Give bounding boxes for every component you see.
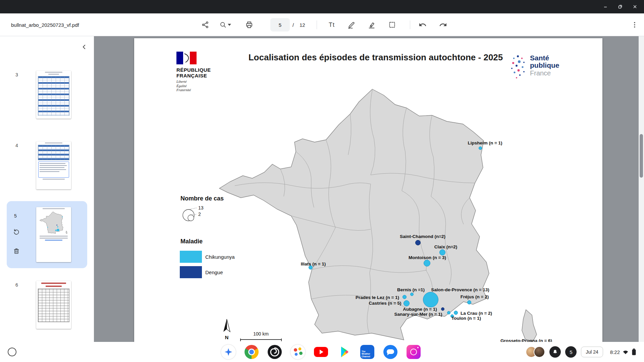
thumbnail-annotation-box xyxy=(38,162,69,178)
undo-icon xyxy=(419,21,427,29)
map-markers-layer: Lipsheim (n = 1)Saint-Chamond (n=2)Claix… xyxy=(134,38,602,342)
page-5-thumbnail[interactable] xyxy=(36,207,71,262)
map-point-label: Claix (n=2) xyxy=(434,244,458,249)
thumbnail-text-line xyxy=(40,236,67,237)
assistant-app-icon[interactable] xyxy=(221,345,236,359)
weather-channel-icon: The Weather Channel xyxy=(360,345,374,359)
map-point-dot xyxy=(415,240,421,245)
page-total: 12 xyxy=(300,13,305,36)
close-button[interactable] xyxy=(629,2,641,12)
map-point-label: Fréjus (n = 2) xyxy=(461,294,489,299)
map-point-label: Salon-de-Provence (n = 13) xyxy=(431,287,489,292)
content-area: 3 4 5 xyxy=(0,36,644,342)
thumbnail-text-line xyxy=(43,208,65,209)
date-chip[interactable]: Jul 24 xyxy=(581,347,603,357)
thumbnail-text-line xyxy=(48,74,59,75)
shelf: The Weather Channel xyxy=(0,342,644,362)
scrollbar-thumb[interactable] xyxy=(640,134,643,178)
map-point-dot xyxy=(410,293,414,296)
close-icon xyxy=(633,4,637,9)
map-point-label: Castries (n = 5) xyxy=(369,301,401,306)
map-point-dot xyxy=(479,146,482,150)
print-button[interactable] xyxy=(243,18,256,32)
messages-app-icon[interactable] xyxy=(383,345,398,359)
map-point-label: Illats (n = 1) xyxy=(301,261,326,266)
pdf-toolbar: bullnat_arbo_20250723_vf.pdf 5 / 12 Tt xyxy=(0,13,644,36)
map-point-label: Bernis (n =1) xyxy=(397,287,425,292)
thumbnail-page-number: 3 xyxy=(13,72,20,77)
restore-icon xyxy=(618,4,623,9)
map-point-label: Saint-Chamond (n=2) xyxy=(400,234,445,239)
share-button[interactable] xyxy=(199,18,212,32)
sidebar-collapse-button[interactable] xyxy=(77,40,91,54)
colorful-dots-app-icon[interactable] xyxy=(290,345,305,359)
clock: 8:22 xyxy=(610,349,620,355)
map-point-dot xyxy=(454,311,458,315)
colorful-dots-icon xyxy=(290,345,305,359)
pen-button[interactable] xyxy=(345,18,358,32)
spiral-app-icon[interactable] xyxy=(267,345,282,359)
youtube-app-icon[interactable] xyxy=(314,345,328,359)
undo-button[interactable] xyxy=(416,18,429,32)
select-area-button[interactable] xyxy=(385,18,399,32)
thumbnail-table xyxy=(38,145,69,160)
weather-text-line: Channel xyxy=(362,355,370,358)
bell-icon xyxy=(552,349,558,355)
thumbnail-sidebar: 3 4 5 xyxy=(0,36,94,342)
more-options-button[interactable] xyxy=(628,18,641,32)
notification-bell-button[interactable] xyxy=(549,346,561,358)
page-3-thumbnail[interactable] xyxy=(36,71,71,119)
pdf-page: RÉPUBLIQUE FRANÇAISE Liberté Égalité Fra… xyxy=(134,38,602,342)
toolbar-divider xyxy=(410,20,410,29)
play-store-app-icon[interactable] xyxy=(337,345,352,359)
zoom-button[interactable] xyxy=(216,18,234,32)
wifi-icon xyxy=(622,349,629,355)
highlighter-icon xyxy=(368,21,376,29)
photo-app-icon[interactable] xyxy=(406,345,421,359)
delete-page-button[interactable] xyxy=(11,246,21,256)
thumbnail-map xyxy=(39,211,68,235)
text-annotation-button[interactable]: Tt xyxy=(325,18,338,32)
pen-icon xyxy=(347,21,356,29)
minimize-button[interactable] xyxy=(599,2,612,12)
youtube-icon xyxy=(314,347,328,357)
restore-button[interactable] xyxy=(614,2,627,12)
chrome-app-icon[interactable] xyxy=(244,345,259,359)
pdf-viewport: RÉPUBLIQUE FRANÇAISE Liberté Égalité Fra… xyxy=(94,36,644,342)
highlighter-button[interactable] xyxy=(365,18,378,32)
notification-count-badge[interactable]: 5 xyxy=(565,346,577,358)
vertical-scrollbar[interactable] xyxy=(639,36,644,342)
avatar xyxy=(534,346,545,358)
map-point-label: Montoison (n = 3) xyxy=(409,255,446,260)
redo-icon xyxy=(439,21,447,29)
map-point-label: Lipsheim (n = 1) xyxy=(468,140,502,145)
thumbnail-heading-line xyxy=(46,286,62,287)
page-divider: / xyxy=(292,13,294,36)
chrome-icon xyxy=(245,345,259,359)
rotate-page-button[interactable] xyxy=(11,227,21,237)
weather-text-line: Weather xyxy=(362,353,370,355)
play-store-icon xyxy=(337,345,352,359)
weather-channel-app-icon[interactable]: The Weather Channel xyxy=(360,345,375,359)
trash-icon xyxy=(13,247,20,255)
status-tray[interactable]: 8:22 xyxy=(607,346,639,358)
redo-button[interactable] xyxy=(436,18,450,32)
launcher-button[interactable] xyxy=(5,345,19,359)
rotate-icon xyxy=(13,228,20,235)
messages-icon xyxy=(383,345,397,359)
page-number-input[interactable]: 5 xyxy=(270,18,290,32)
page-4-thumbnail[interactable] xyxy=(36,141,71,189)
battery-icon xyxy=(631,348,637,356)
page-6-thumbnail[interactable] xyxy=(36,281,71,329)
shelf-app-row: The Weather Channel xyxy=(221,345,421,359)
map-point-label: Prades le Lez (n = 1) xyxy=(356,295,399,300)
notification-avatars[interactable] xyxy=(526,346,545,358)
select-area-icon xyxy=(388,21,396,29)
assistant-icon xyxy=(221,345,236,359)
thumbnail-heading-line xyxy=(41,283,66,284)
share-icon xyxy=(201,21,209,29)
map-point-label: Aubagne (n = 1) xyxy=(403,307,437,312)
map-point-dot xyxy=(441,307,444,311)
thumbnail-text-line xyxy=(45,142,62,143)
map-point-dot xyxy=(404,300,410,306)
